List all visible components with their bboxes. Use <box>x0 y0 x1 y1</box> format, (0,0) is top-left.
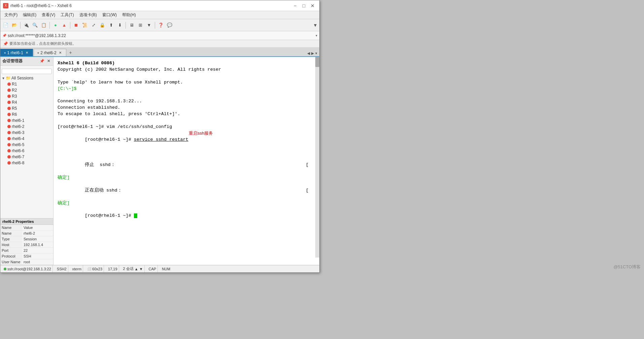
tb-color-btn[interactable]: ▲ <box>60 21 68 29</box>
tb-search-btn[interactable]: 🔍 <box>31 21 39 29</box>
tb-open-btn[interactable]: 📂 <box>10 21 19 29</box>
tree-label-rhel6-1: rhel6-1 <box>12 118 52 123</box>
tb-green-btn[interactable]: ● <box>51 21 60 29</box>
tree-item-rhel6-1[interactable]: rhel6-1 <box>0 117 53 124</box>
tree-label-rhel6-4: rhel6-4 <box>12 136 52 141</box>
tb-sep3 <box>70 22 70 29</box>
tree-item-rhel6-7[interactable]: rhel6-7 <box>0 154 53 160</box>
prop-key-username: User Name <box>0 259 22 265</box>
status-cap-text: CAP <box>149 267 156 271</box>
tab-2-close[interactable]: ✕ <box>58 50 63 55</box>
prop-key-host: Host <box>0 242 22 247</box>
tree-label-rhel6-2: rhel6-2 <box>12 124 52 129</box>
tb-lock-btn[interactable]: 🔒 <box>98 21 106 29</box>
tree-item-R4[interactable]: R4 <box>0 99 53 105</box>
tree-item-R1[interactable]: R1 <box>0 81 53 87</box>
status-up-btn[interactable]: ▲ <box>135 267 138 271</box>
tb-new-btn[interactable]: 📄 <box>2 21 10 29</box>
tree-item-R3[interactable]: R3 <box>0 93 53 99</box>
menu-edit[interactable]: 编辑(E) <box>20 11 39 19</box>
tab-menu-btn[interactable]: ▾ <box>315 50 318 56</box>
menu-file[interactable]: 文件(F) <box>2 11 20 19</box>
menu-tabs[interactable]: 选项卡(B) <box>77 11 100 19</box>
tree-label-R2: R2 <box>12 88 52 93</box>
tree-item-R5[interactable]: R5 <box>0 105 53 111</box>
status-encoding: xterm <box>71 265 83 272</box>
tab-add-button[interactable]: + <box>67 49 74 56</box>
sidebar-pin-btn[interactable]: 📌 <box>39 59 45 64</box>
tree-label-rhel6-8: rhel6-8 <box>12 161 52 165</box>
tree-label-R5: R5 <box>12 106 52 111</box>
term-line-11: [root@rhel6-1 ~]# vim /etc/ssh/sshd_conf… <box>58 124 315 130</box>
term-line-3 <box>58 73 315 79</box>
tree-label-rhel6-3: rhel6-3 <box>12 130 52 135</box>
tb-monitor-btn[interactable]: 🖥 <box>128 21 136 29</box>
term-prompt-local: [C:\~]$ <box>58 86 77 91</box>
address-bar: 📌 ssh://root:******@192.168.1.3:22 ▾ <box>0 31 319 40</box>
tb-connect-btn[interactable]: 🔌 <box>22 21 30 29</box>
tree-item-rhel6-3[interactable]: rhel6-3 <box>0 130 53 136</box>
tree-item-rhel6-8[interactable]: rhel6-8 <box>0 160 53 166</box>
term-line-6 <box>58 92 315 98</box>
banner: 📌 要添加当前会话，点击左侧的箭头按钮。 <box>0 40 319 47</box>
maximize-button[interactable]: □ <box>300 2 308 9</box>
tree-item-R6[interactable]: R6 <box>0 111 53 117</box>
tb-expand-btn[interactable]: ▾ <box>314 22 318 28</box>
tab-2[interactable]: ● 2 rhel6-2 ✕ <box>34 49 66 56</box>
tb-sftp-btn[interactable]: ⬇ <box>116 21 124 29</box>
toolbar: 📄 📂 🔌 🔍 📋 ● ▲ ⏹ 📜 ⤢ 🔒 ⬆ ⬇ 🖥 ⊞ ▼ ❓ 💬 ▾ <box>0 19 319 31</box>
tab-1[interactable]: ● 1 rhel6-1 ✕ <box>0 49 33 56</box>
tab-1-close[interactable]: ✕ <box>25 50 29 55</box>
banner-text: 要添加当前会话，点击左侧的箭头按钮。 <box>9 41 76 46</box>
terminal-area[interactable]: Xshell 6 (Build 0086) Copyright (c) 2002… <box>53 57 319 265</box>
tree-label-R3: R3 <box>12 94 52 99</box>
terminal-content[interactable]: Xshell 6 (Build 0086) Copyright (c) 2002… <box>53 57 319 265</box>
menu-help[interactable]: 帮助(H) <box>119 11 139 19</box>
tree-root-arrow: ▼ <box>2 76 5 80</box>
tree-item-R2[interactable]: R2 <box>0 87 53 93</box>
tb-stop-btn[interactable]: ⏹ <box>72 21 80 29</box>
close-button[interactable]: ✕ <box>309 2 317 9</box>
tree-all-sessions[interactable]: ▼ 📁 All Sessions <box>0 75 53 81</box>
menu-view[interactable]: 查看(V) <box>39 11 58 19</box>
terminal-scrollbar[interactable] <box>315 57 319 258</box>
tb-transfer-btn[interactable]: ⬆ <box>107 21 115 29</box>
status-num: NUM <box>160 265 172 272</box>
address-dropdown[interactable]: ▾ <box>316 34 317 37</box>
tb-dropdown-btn[interactable]: ▼ <box>145 21 153 29</box>
session-search-input[interactable] <box>2 69 52 74</box>
tb-script-btn[interactable]: 📜 <box>81 21 89 29</box>
sidebar: 会话管理器 📌 ✕ ▼ 📁 All Sessions <box>0 57 53 265</box>
properties-panel: rhel6-2 Properties Name Value Name rhel6… <box>0 218 53 265</box>
term-line-8: Connection established. <box>58 105 315 111</box>
app-icon: X <box>3 3 8 8</box>
tree-item-rhel6-6[interactable]: rhel6-6 <box>0 148 53 154</box>
minimize-button[interactable]: − <box>291 2 299 9</box>
menu-window[interactable]: 窗口(W) <box>100 11 119 19</box>
tree-item-rhel6-5[interactable]: rhel6-5 <box>0 142 53 148</box>
tab-navigation: ◀ ▶ ▾ <box>307 50 319 56</box>
term-line-17: [root@rhel6-1 ~]# <box>58 206 315 226</box>
sidebar-close-btn[interactable]: ✕ <box>46 59 51 64</box>
terminal-scrollbar-thumb[interactable] <box>315 57 319 67</box>
prop-row-name: Name rhel6-2 <box>0 231 53 236</box>
prop-key-0: Name <box>0 225 22 230</box>
menu-tools[interactable]: 工具(T) <box>58 11 76 19</box>
tb-help-btn[interactable]: ❓ <box>157 21 165 29</box>
sidebar-tree: ▼ 📁 All Sessions R1 R2 <box>0 66 53 218</box>
tb-sessions-btn[interactable]: 📋 <box>40 21 48 29</box>
tab-next-btn[interactable]: ▶ <box>311 50 315 56</box>
status-down-btn[interactable]: ▼ <box>139 267 143 271</box>
term-line-10 <box>58 117 315 124</box>
tb-sep2 <box>49 22 50 29</box>
term-bracket-stop: [ <box>306 162 309 168</box>
tb-chat-btn[interactable]: 💬 <box>166 21 174 29</box>
tree-item-rhel6-4[interactable]: rhel6-4 <box>0 136 53 142</box>
tree-item-rhel6-2[interactable]: rhel6-2 <box>0 124 53 130</box>
tab-prev-btn[interactable]: ◀ <box>307 50 311 56</box>
term-line-5: [C:\~]$ <box>58 86 315 92</box>
tb-split-btn[interactable]: ⊞ <box>136 21 144 29</box>
status-size-text: 60x23 <box>92 267 102 271</box>
prop-key-name: Name <box>0 231 22 236</box>
tb-arrows-btn[interactable]: ⤢ <box>90 21 98 29</box>
